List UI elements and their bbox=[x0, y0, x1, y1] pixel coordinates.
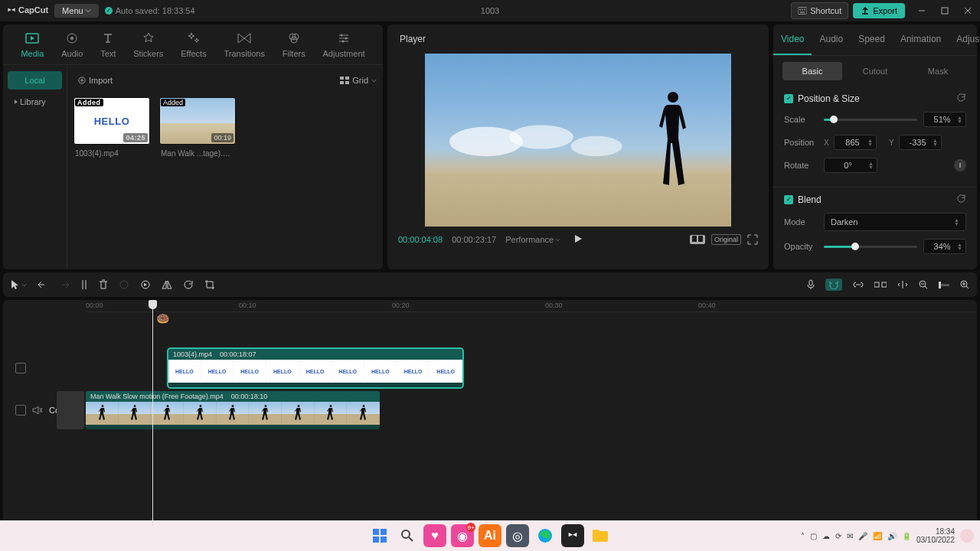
scale-slider[interactable] bbox=[824, 119, 917, 121]
start-button[interactable] bbox=[368, 524, 391, 530]
menu-button[interactable]: Menu bbox=[54, 4, 99, 18]
clip-walk[interactable]: Man Walk Slow motion (Free Footage).mp40… bbox=[86, 391, 380, 429]
svg-rect-2 bbox=[802, 9, 803, 11]
tab-filters[interactable]: Filters bbox=[283, 31, 305, 58]
task-explorer[interactable] bbox=[589, 524, 612, 530]
play-button[interactable] bbox=[573, 234, 583, 243]
media-item[interactable]: Added HELLO 04:25 1003(4).mp4 bbox=[74, 97, 150, 162]
properties-panel: Video Audio Speed Animation Adjustment B… bbox=[773, 24, 977, 269]
preview-tool[interactable] bbox=[874, 281, 887, 289]
timeline-ruler[interactable]: 00:00 00:10 00:20 00:30 00:40 bbox=[86, 300, 977, 312]
svg-point-14 bbox=[342, 41, 345, 43]
svg-point-8 bbox=[70, 37, 74, 40]
props-tab-adjustment[interactable]: Adjustment bbox=[949, 24, 980, 55]
close-button[interactable] bbox=[962, 5, 974, 17]
maximize-button[interactable] bbox=[939, 5, 951, 17]
rotate-label: Rotate bbox=[784, 161, 818, 170]
track[interactable]: 1003(4).mp400:00:18:07 HELLOHELLOHELLOHE… bbox=[86, 349, 977, 387]
track[interactable]: Cover Man Walk Slow motion (Free Footage… bbox=[86, 391, 977, 429]
tab-audio[interactable]: Audio bbox=[61, 31, 83, 58]
cover-thumb[interactable] bbox=[57, 391, 84, 429]
reset-button[interactable] bbox=[956, 93, 966, 104]
svg-point-13 bbox=[345, 37, 348, 40]
track-lock[interactable] bbox=[15, 405, 26, 416]
fullscreen-icon[interactable] bbox=[747, 234, 758, 245]
ratio-button[interactable]: Original bbox=[711, 234, 741, 245]
task-app-ai[interactable]: Ai bbox=[479, 524, 501, 530]
playhead[interactable] bbox=[152, 300, 153, 527]
export-button[interactable]: Export bbox=[853, 3, 905, 18]
rotate-value[interactable]: 0°▲▼ bbox=[824, 158, 877, 173]
svg-point-22 bbox=[570, 136, 622, 156]
split-tool[interactable] bbox=[80, 279, 88, 290]
media-item-name: Man Walk ...tage).mp4 bbox=[159, 145, 236, 162]
delete-tool[interactable] bbox=[99, 279, 108, 290]
record-tool[interactable] bbox=[119, 279, 129, 290]
mute-icon[interactable] bbox=[32, 406, 43, 415]
crop-tool[interactable] bbox=[204, 279, 215, 290]
tab-adjustment[interactable]: Adjustment bbox=[323, 31, 365, 58]
tray-clock[interactable]: 18:34 03/10/2022 bbox=[916, 527, 955, 530]
chevron-right-icon bbox=[14, 99, 18, 105]
props-tab-audio[interactable]: Audio bbox=[812, 24, 851, 55]
tray-user[interactable] bbox=[960, 529, 974, 530]
tab-transitions[interactable]: Transitions bbox=[224, 31, 265, 58]
task-edge[interactable] bbox=[534, 524, 557, 530]
search-button[interactable] bbox=[396, 524, 419, 530]
cursor-tool[interactable] bbox=[11, 279, 27, 290]
mic-tool[interactable] bbox=[807, 279, 815, 290]
tab-stickers[interactable]: Stickers bbox=[133, 31, 163, 58]
subtab-basic[interactable]: Basic bbox=[782, 62, 842, 80]
media-item[interactable]: Added 00:19 Man Walk ...tage).mp4 bbox=[159, 97, 236, 162]
taskbar[interactable]: ♥ ◉9+ Ai ◎ ˄ ▢ ☁ ⟳ ✉ 🎤 📶 🔊 🔋 18:34 03/10… bbox=[0, 520, 980, 530]
props-tab-animation[interactable]: Animation bbox=[893, 24, 949, 55]
magnet-tool[interactable] bbox=[825, 279, 842, 291]
side-tab-library[interactable]: Library bbox=[8, 93, 62, 111]
opacity-slider[interactable] bbox=[824, 246, 917, 248]
blend-mode-select[interactable]: Darken ▲▼ bbox=[824, 213, 966, 231]
position-y[interactable]: -335▲▼ bbox=[899, 135, 942, 150]
scale-value[interactable]: 51% ▲▼ bbox=[923, 112, 966, 127]
performance-dropdown[interactable]: Performance bbox=[505, 235, 560, 244]
video-preview[interactable] bbox=[425, 54, 731, 227]
task-app-obs[interactable]: ◎ bbox=[506, 524, 529, 530]
opacity-value[interactable]: 34% ▲▼ bbox=[923, 239, 966, 254]
check-icon: ✓ bbox=[105, 7, 113, 15]
timeline[interactable]: 00:00 00:10 00:20 00:30 00:40 🍩 1003(4).… bbox=[3, 300, 977, 527]
subtab-mask[interactable]: Mask bbox=[908, 62, 968, 80]
redo-button[interactable] bbox=[59, 280, 70, 289]
svg-rect-19 bbox=[345, 81, 349, 84]
tab-effects[interactable]: Effects bbox=[181, 31, 206, 58]
shortcut-button[interactable]: Shortcut bbox=[791, 2, 848, 19]
undo-button[interactable] bbox=[38, 280, 48, 289]
section-toggle[interactable]: ✓ bbox=[784, 195, 793, 204]
task-app-1[interactable]: ♥ bbox=[423, 524, 446, 530]
marker-icon[interactable]: 🍩 bbox=[156, 312, 169, 324]
mirror-tool[interactable] bbox=[162, 280, 172, 289]
reverse-tool[interactable] bbox=[140, 279, 151, 290]
subtab-cutout[interactable]: Cutout bbox=[845, 62, 905, 80]
tab-media[interactable]: Media bbox=[21, 31, 44, 58]
tab-text[interactable]: Text bbox=[100, 31, 116, 58]
reset-button[interactable] bbox=[956, 194, 966, 205]
compare-icon[interactable] bbox=[690, 235, 705, 244]
zoom-out[interactable] bbox=[919, 280, 928, 289]
grid-toggle[interactable]: Grid bbox=[340, 76, 377, 85]
link-tool[interactable] bbox=[853, 281, 864, 289]
gap-tool[interactable] bbox=[897, 280, 908, 289]
section-toggle[interactable]: ✓ bbox=[784, 94, 793, 103]
minimize-button[interactable] bbox=[916, 5, 928, 17]
rotate-wheel[interactable] bbox=[954, 159, 966, 171]
clip-hello[interactable]: 1003(4).mp400:00:18:07 HELLOHELLOHELLOHE… bbox=[168, 349, 462, 387]
side-tab-local[interactable]: Local bbox=[8, 71, 62, 90]
position-x[interactable]: 865▲▼ bbox=[834, 135, 877, 150]
import-button[interactable]: Import bbox=[74, 73, 117, 88]
props-tab-video[interactable]: Video bbox=[773, 24, 812, 55]
zoom-in[interactable] bbox=[960, 280, 969, 289]
task-capcut[interactable] bbox=[561, 524, 584, 530]
props-tab-speed[interactable]: Speed bbox=[851, 24, 893, 55]
task-app-2[interactable]: ◉9+ bbox=[451, 524, 474, 530]
zoom-slider[interactable] bbox=[939, 284, 949, 286]
track-lock[interactable] bbox=[15, 363, 26, 373]
rotate-tool[interactable] bbox=[183, 279, 194, 290]
